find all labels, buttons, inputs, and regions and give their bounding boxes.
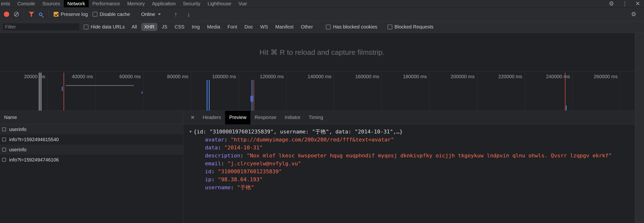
json-property-ip[interactable]: ip: "98.38.64.193" <box>190 176 644 184</box>
record-button[interactable] <box>4 11 9 17</box>
timeline-activity-mark <box>250 96 253 102</box>
json-key: avatar <box>205 137 224 143</box>
import-har-icon[interactable]: ↑ <box>172 11 180 18</box>
preview-pane: ▼{id: "310000197601235839", username: "于… <box>183 124 644 223</box>
network-settings-gear-icon[interactable]: ⚙ <box>627 11 640 18</box>
request-name: userinfo <box>9 127 26 132</box>
json-separator: : <box>230 184 237 191</box>
throttling-select[interactable]: Online <box>141 11 161 17</box>
checkbox-unchecked-icon <box>84 25 88 29</box>
request-row-userinfo-2[interactable]: userinfo <box>0 145 183 155</box>
blocked-requests-label: Blocked Requests <box>394 24 434 30</box>
detail-tab-headers[interactable]: Headers <box>199 111 225 124</box>
filter-type-other[interactable]: Other <box>298 23 316 31</box>
filter-type-all[interactable]: All <box>128 23 140 31</box>
filter-type-font[interactable]: Font <box>224 23 240 31</box>
timeline-tick-label: 200000 ms <box>436 74 474 79</box>
timeline-activity-mark <box>209 80 210 111</box>
filter-funnel-icon[interactable] <box>29 12 34 17</box>
preserve-log-checkbox[interactable]: Preserve log <box>54 11 88 17</box>
json-property-description[interactable]: description: "Nox mlof lkesc kwspoeter h… <box>190 152 644 160</box>
filter-type-doc[interactable]: Doc <box>242 23 256 31</box>
json-root-row[interactable]: ▼{id: "310000197601235839", username: "于… <box>190 128 644 136</box>
timeline-gridline <box>572 72 573 111</box>
kebab-menu-icon[interactable]: ⋮ <box>618 0 632 7</box>
json-property-username[interactable]: username: "于艳" <box>190 184 644 191</box>
timeline-tick-label: 260000 ms <box>579 74 618 79</box>
detail-tab-preview[interactable]: Preview <box>225 111 250 124</box>
tab-memory[interactable]: Memory <box>124 0 148 7</box>
json-key: ip <box>205 176 212 183</box>
json-value: "98.38.64.193" <box>218 176 262 183</box>
json-property-data[interactable]: data: "2014-10-31" <box>190 144 644 152</box>
disable-cache-checkbox[interactable]: Disable cache <box>92 11 130 17</box>
json-separator: : <box>240 153 247 159</box>
request-row-info-2[interactable]: info?t=1592494746106 <box>0 155 183 165</box>
timeline-tick-label: 120000 ms <box>245 74 284 79</box>
request-row-info-1[interactable]: info?t=1592494615540 <box>0 134 183 145</box>
filter-type-css[interactable]: CSS <box>172 23 187 31</box>
tab-lighthouse[interactable]: Lighthouse <box>204 0 235 7</box>
timeline-gridline <box>429 72 430 111</box>
tab-console[interactable]: Console <box>14 0 39 7</box>
tab-security[interactable]: Security <box>179 0 204 7</box>
scrollbar-track[interactable] <box>635 33 644 223</box>
devtools-window: ents Console Sources Network Performance… <box>0 0 644 223</box>
checkbox-unchecked-icon <box>388 25 392 29</box>
filter-type-manifest[interactable]: Manifest <box>272 23 296 31</box>
filter-type-ws[interactable]: WS <box>258 23 271 31</box>
filter-type-js[interactable]: JS <box>159 23 170 31</box>
json-property-email[interactable]: email: "j.clrcyeelw@nvfylg.vu" <box>190 160 644 168</box>
filter-type-xhr[interactable]: XHR <box>141 23 157 31</box>
close-devtools-icon[interactable]: ✕ <box>632 0 644 7</box>
timeline-gridline <box>334 72 334 111</box>
timeline-gridline <box>48 72 48 111</box>
export-har-icon[interactable]: ↓ <box>185 11 193 18</box>
json-key: email <box>205 161 221 167</box>
timeline-gridline <box>96 72 96 111</box>
json-property-avatar[interactable]: avatar: "http://dummyimage.com/200x200/r… <box>190 136 644 144</box>
timeline-activity-mark <box>40 73 42 111</box>
detail-tab-timing[interactable]: Timing <box>304 111 327 124</box>
timeline-strip[interactable]: 20000 ms40000 ms60000 ms80000 ms100000 m… <box>0 71 644 111</box>
tab-application[interactable]: Application <box>148 0 179 7</box>
detail-tab-initiator[interactable]: Initiator <box>280 111 304 124</box>
json-value: "j.clrcyeelw@nvfylg.vu" <box>228 161 301 167</box>
tab-performance[interactable]: Performance <box>89 0 124 7</box>
blocked-requests-checkbox[interactable]: Blocked Requests <box>388 24 434 30</box>
json-property-id[interactable]: id: "310000197601235839" <box>190 168 644 176</box>
request-name: userinfo <box>9 147 26 153</box>
timeline-gridline <box>143 72 143 111</box>
hide-data-urls-checkbox[interactable]: Hide data URLs <box>84 24 125 30</box>
timeline-gridline <box>382 72 382 111</box>
filter-type-media[interactable]: Media <box>204 23 223 31</box>
timeline-tick-label: 240000 ms <box>531 74 570 79</box>
request-type-filters: All XHR JS CSS Img Media Font Doc WS Man… <box>128 23 316 31</box>
name-column-label: Name <box>4 115 17 120</box>
tab-elements[interactable]: ents <box>0 0 14 7</box>
json-value: "于艳" <box>237 184 254 191</box>
filter-input[interactable] <box>2 23 80 31</box>
close-detail-icon[interactable]: ✕ <box>186 115 199 120</box>
tab-sources[interactable]: Sources <box>39 0 64 7</box>
timeline-gridline <box>477 72 477 111</box>
filter-type-img[interactable]: Img <box>189 23 202 31</box>
json-key: data <box>205 145 218 151</box>
name-column-header[interactable]: Name <box>0 111 183 124</box>
tab-vue[interactable]: Vue <box>235 0 251 7</box>
search-icon[interactable] <box>39 12 42 16</box>
timeline-activity-mark <box>66 85 134 86</box>
checkbox-unchecked-icon <box>92 12 98 17</box>
tab-bar-spacer <box>250 0 605 7</box>
json-summary: {id: "310000197601235839", username: "于艳… <box>194 129 402 135</box>
json-value: "310000197601235839" <box>218 169 282 175</box>
clear-button[interactable] <box>14 12 19 17</box>
disable-cache-label: Disable cache <box>100 11 130 17</box>
has-blocked-cookies-checkbox[interactable]: Has blocked cookies <box>326 24 377 30</box>
tab-network[interactable]: Network <box>64 0 89 7</box>
settings-gear-icon[interactable]: ⚙ <box>605 0 618 7</box>
expander-triangle-icon[interactable]: ▼ <box>190 128 192 136</box>
hide-data-urls-label: Hide data URLs <box>91 24 125 30</box>
detail-tab-response[interactable]: Response <box>250 111 280 124</box>
request-row-userinfo-1[interactable]: userinfo <box>0 124 183 134</box>
